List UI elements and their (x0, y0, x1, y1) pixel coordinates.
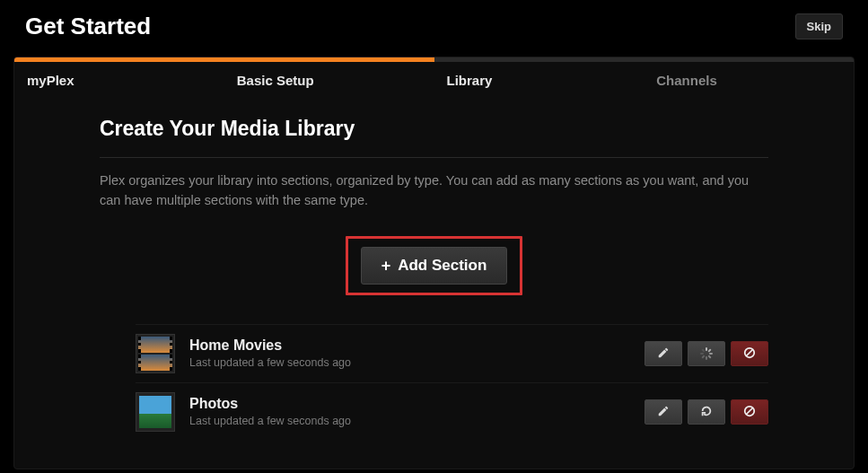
sections-list: Home Movies Last updated a few seconds a… (100, 324, 768, 441)
section-subtitle: Last updated a few seconds ago (189, 356, 644, 369)
plus-icon: + (381, 258, 391, 274)
edit-section-button[interactable] (644, 399, 682, 425)
step-label: Channels (644, 62, 854, 99)
step-channels[interactable]: Channels (644, 57, 854, 99)
wizard-panel: myPlex Basic Setup Library Channels Crea… (13, 57, 855, 469)
divider (100, 157, 768, 158)
spinner-icon (700, 347, 713, 360)
section-row: Home Movies Last updated a few seconds a… (136, 324, 768, 382)
loading-section-button[interactable] (688, 341, 725, 366)
section-title: Home Movies (189, 337, 644, 354)
no-entry-icon (743, 405, 756, 419)
step-basic-setup[interactable]: Basic Setup (224, 57, 434, 99)
section-thumbnail-film-icon (136, 334, 175, 373)
step-library[interactable]: Library (434, 57, 644, 99)
step-label: Library (434, 62, 644, 99)
skip-button[interactable]: Skip (795, 13, 843, 39)
add-section-button[interactable]: + Add Section (361, 247, 508, 285)
section-text: Photos Last updated a few seconds ago (189, 396, 644, 427)
svg-line-3 (747, 407, 753, 414)
section-subtitle: Last updated a few seconds ago (189, 415, 644, 427)
step-label: Basic Setup (224, 62, 434, 99)
wizard-steps: myPlex Basic Setup Library Channels (14, 57, 854, 99)
delete-section-button[interactable] (731, 399, 768, 425)
pencil-icon (657, 405, 670, 419)
no-entry-icon (743, 346, 756, 361)
content-heading: Create Your Media Library (100, 117, 768, 141)
delete-section-button[interactable] (731, 341, 768, 366)
pencil-icon (657, 346, 670, 361)
page-title: Get Started (25, 13, 151, 40)
add-section-label: Add Section (398, 257, 487, 275)
section-text: Home Movies Last updated a few seconds a… (189, 337, 644, 369)
section-row: Photos Last updated a few seconds ago (136, 382, 768, 441)
refresh-icon (700, 405, 713, 419)
content-description: Plex organizes your library into section… (100, 171, 768, 211)
svg-line-1 (747, 349, 753, 355)
step-myplex[interactable]: myPlex (14, 57, 224, 99)
section-thumbnail-photo-icon (136, 392, 175, 432)
edit-section-button[interactable] (644, 341, 682, 366)
section-title: Photos (189, 396, 644, 412)
tutorial-highlight: + Add Section (346, 236, 523, 295)
step-label: myPlex (14, 62, 224, 99)
refresh-section-button[interactable] (688, 399, 725, 425)
